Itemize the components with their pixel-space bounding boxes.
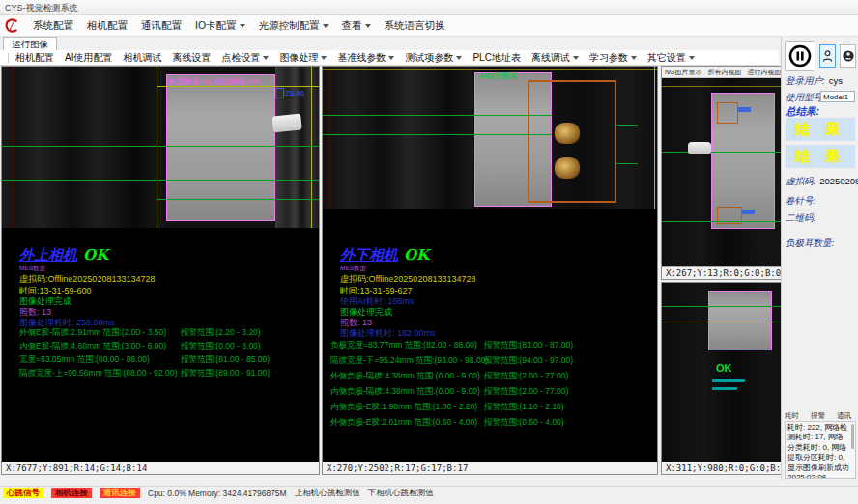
mes-line: MES数据 xyxy=(340,265,366,273)
left-pixel-coordinates: X:7677;Y:891;R:14;G:14;B:14 xyxy=(2,462,319,474)
alarm-range: 报警范围:(2.20 - 3.20) xyxy=(181,327,261,339)
camera-result-title: 外上相机OK xyxy=(19,246,108,265)
alarm-range: 报警范围:(83.00 - 87.00) xyxy=(484,340,573,351)
mes-line: MES数据 xyxy=(19,265,45,273)
toolbar-grip xyxy=(8,53,9,63)
control-buttons xyxy=(785,41,858,71)
overlay-hline-green xyxy=(616,163,638,164)
virtual-code-label: 虚拟码: xyxy=(786,176,815,186)
login-user-button[interactable] xyxy=(819,44,836,68)
tool-label: 点检设置 xyxy=(221,51,260,65)
tool-offline-debug[interactable]: 离线调试 xyxy=(531,51,579,65)
middle-camera-panel: AI处理图像 外下相机OK MES数据 虚拟码:Offline202502081… xyxy=(322,66,658,475)
blue-label-mark xyxy=(738,107,751,112)
tool-image-processing[interactable]: 图像处理 xyxy=(279,51,327,65)
measurement-row: 负极宽度=83.77mm 范围:(82.00 - 88.00) xyxy=(330,340,477,351)
right-bottom-camera-image[interactable]: OK xyxy=(662,283,782,462)
log-scrollbar[interactable] xyxy=(851,424,854,449)
qrcode-label: 二维码: xyxy=(786,212,815,223)
tool-label: 离线调试 xyxy=(531,51,570,65)
menu-system-config[interactable]: 系统配置 xyxy=(33,19,73,33)
tool-plc-address[interactable]: PLC地址表 xyxy=(472,51,520,65)
alarm-range: 报警范围:(0.60 - 4.00) xyxy=(484,417,564,429)
overlay-hline-green xyxy=(2,180,319,181)
upper-camera-heartbeat: 上相机心跳检测值 xyxy=(295,488,360,499)
measurement-row: 内侧负极-E胶:1.90mm 范围:(1.00 - 2.20) xyxy=(330,402,477,413)
tool-label: AI使用配置 xyxy=(65,51,112,65)
app-logo-icon xyxy=(4,18,19,34)
chevron-down-icon xyxy=(240,24,245,28)
overlay-vline-yellow xyxy=(157,67,157,228)
pause-button[interactable] xyxy=(785,41,815,71)
middle-camera-image[interactable]: AI处理图像 xyxy=(323,67,657,209)
elapsed-line: 图像处理耗时: 182.00ms xyxy=(340,327,436,340)
tool-spot-check[interactable]: 点检设置 xyxy=(221,51,269,65)
menu-io-config[interactable]: IO卡配置 xyxy=(195,19,245,33)
tab-ng-display[interactable]: NG图片显示 xyxy=(665,68,702,77)
overlay-vline-yellow xyxy=(654,67,655,209)
measure-value-text: 23.46 xyxy=(285,89,304,98)
metal-tab-highlight xyxy=(555,123,580,144)
tab-run-image[interactable]: 运行图像 xyxy=(3,37,57,51)
model-field: 使用型号: xyxy=(786,92,825,104)
overlay-hline-yellow xyxy=(323,69,657,70)
scene-stripe xyxy=(327,67,330,209)
menu-label: 系统语言切换 xyxy=(385,19,445,33)
alarm-range: 报警范围:(0.00 - 8.00) xyxy=(181,341,261,352)
tab-run-views[interactable]: 运行内视图 xyxy=(748,68,782,77)
teal-text-mark xyxy=(712,379,745,382)
right-top-camera-image[interactable] xyxy=(662,78,782,266)
measurement-row: 隔膜宽度-下=95.24mm 范围:(93.00 - 98.00) xyxy=(330,355,488,367)
tool-other-settings[interactable]: 其它设置 xyxy=(647,51,695,65)
ai-region-box xyxy=(717,102,738,124)
tab-connector xyxy=(272,113,302,132)
tool-test-params[interactable]: 测试项参数 xyxy=(405,51,462,65)
teal-text-mark xyxy=(712,387,737,390)
alarm-range: 报警范围:(94.00 - 97.00) xyxy=(484,355,573,367)
menu-language-switch[interactable]: 系统语言切换 xyxy=(385,19,445,33)
overlay-hline-green xyxy=(323,134,552,135)
ai-overlay-label: AI处理图像 xyxy=(479,70,518,81)
tab-all-views[interactable]: 所有内视图 xyxy=(708,68,742,77)
menu-light-config[interactable]: 光源控制配置 xyxy=(259,19,329,33)
tool-label: 相机调试 xyxy=(123,51,161,65)
threshold-overlay-text: 灰度阈值:93, 动态阈值:100 xyxy=(168,76,260,87)
login-user-label: 登录用户: xyxy=(786,75,825,86)
tool-baseline-params[interactable]: 基准线参数 xyxy=(337,51,394,65)
menu-label: 相机配置 xyxy=(87,19,128,33)
menu-camera-config[interactable]: 相机配置 xyxy=(87,19,128,33)
menu-bar: 系统配置 相机配置 通讯配置 IO卡配置 光源控制配置 查看 系统语言切换 xyxy=(0,15,858,37)
tool-camera-debug[interactable]: 相机调试 xyxy=(123,51,161,65)
overlay-hline-green xyxy=(662,152,782,153)
tool-camera-config[interactable]: 相机配置 xyxy=(15,51,54,65)
menu-label: 查看 xyxy=(342,19,362,33)
camera-result-ok: OK xyxy=(83,246,108,264)
model-input[interactable]: Model1 xyxy=(820,91,855,102)
measurement-row: 外侧负极-隔膜:4.38mm 范围:(0.00 - 9.00) xyxy=(330,371,480,382)
chevron-down-icon xyxy=(573,56,579,60)
right-top-camera-panel: NG图片显示 所有内视图 运行内视图 X:267;Y:13;R:0;G:0;B:… xyxy=(661,66,783,280)
tool-label: 测试项参数 xyxy=(405,51,453,65)
tool-learning-params[interactable]: 学习参数 xyxy=(589,51,637,65)
alarm-range: 报警范围:(81.00 - 85.00) xyxy=(181,354,270,366)
overlay-hline-yellow xyxy=(662,86,782,87)
overlay-vline-yellow xyxy=(311,67,312,228)
right-bottom-pixel-coordinates: X:311;Y:980;R:0;G:0;B:0 xyxy=(662,462,782,474)
log-output[interactable]: 耗时: 222, 网络检测耗时: 17, 网络分类耗时: 0, 网络提取分区耗时… xyxy=(785,421,856,479)
overlay-hline-green xyxy=(616,125,638,126)
measurement-row: 内侧负极-隔膜:4.38mm 范围:(0.00 - 9.00) xyxy=(330,386,480,398)
measurement-row: 隔膜宽度-上=90.56mm 范围:(88.00 - 92.00) xyxy=(19,368,177,379)
left-camera-image[interactable]: 灰度阈值:93, 动态阈值:100 23.46 xyxy=(2,67,319,228)
window-title: CYS-视觉检测系统 xyxy=(5,3,78,13)
menu-view[interactable]: 查看 xyxy=(342,19,371,33)
menu-comm-config[interactable]: 通讯配置 xyxy=(141,19,182,33)
menu-label: 通讯配置 xyxy=(141,19,182,33)
user-account-button[interactable] xyxy=(840,44,856,68)
app-window: CYS-视觉检测系统 系统配置 相机配置 通讯配置 IO卡配置 光源控制配置 查… xyxy=(0,0,858,504)
overlay-hline-green xyxy=(323,115,552,116)
chevron-down-icon xyxy=(388,56,394,60)
total-result-label: 总结果: xyxy=(786,105,819,119)
tool-ai-usage-config[interactable]: AI使用配置 xyxy=(65,51,112,65)
tool-offline-settings[interactable]: 离线设置 xyxy=(172,51,211,65)
camera-result-title: 外下相机OK xyxy=(340,246,429,265)
